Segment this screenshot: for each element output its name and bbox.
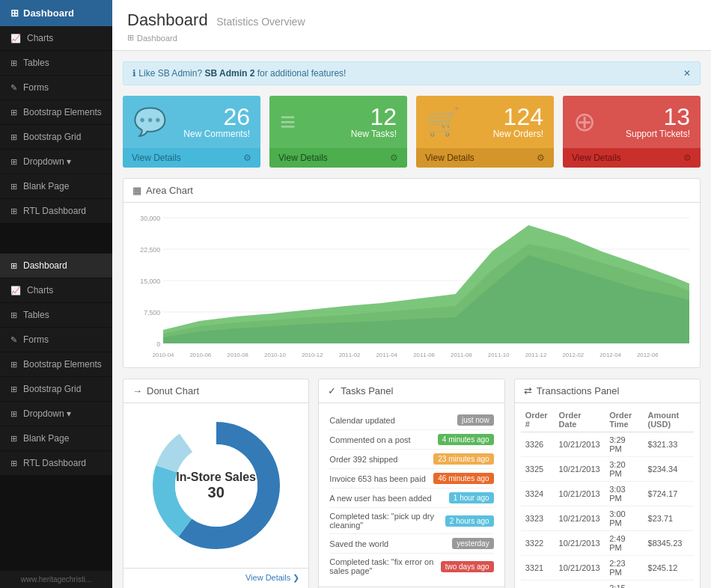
stat-card-link-red[interactable]: View Details [572,153,621,163]
svg-text:7,500: 7,500 [144,309,160,316]
task-badge: just now [457,414,494,426]
sidebar-item-dashboard2[interactable]: ⊞Dashboard [0,254,112,278]
sidebar-icon-rtl-dashboard2: ⊞ [10,459,17,468]
area-chart-heading: ▦ Area Chart [123,179,700,203]
sidebar-item-charts2[interactable]: 📈Charts [0,278,112,303]
stat-card-top-green: ≡ 12 New Tasks! [269,96,407,148]
stat-card-icon-blue: 💬 [133,106,167,138]
sidebar-icon-forms2: ✎ [10,335,17,345]
sidebar-label-blank-page2: Blank Page [23,433,69,444]
tasks-panel-heading: ✓ Tasks Panel [319,379,504,403]
page-header: Dashboard Statistics Overview ⊞ Dashboar… [112,0,711,51]
sidebar-item-bootstrap-grid[interactable]: ⊞Bootstrap Grid [0,125,112,150]
stat-card-icon-red: ⊕ [573,106,596,138]
table-cell: 10/21/2013 [555,506,605,531]
task-badge: 4 minutes ago [438,434,494,445]
svg-text:2011-08: 2011-08 [451,352,472,358]
stat-card-bottom-red: View Details ⚙ [563,148,701,168]
sidebar-item-forms[interactable]: ✎Forms [0,76,112,100]
task-text: Order 392 shipped [329,455,397,464]
sidebar-divider [0,224,112,254]
stat-card-link-orange[interactable]: View Details [425,153,474,163]
sidebar-item-tables2[interactable]: ⊞Tables [0,303,112,328]
svg-marker-12 [163,225,689,343]
table-cell: 3321 [521,556,555,581]
stat-card-gear-icon-red[interactable]: ⚙ [683,153,692,163]
sidebar-item-rtl-dashboard[interactable]: ⊞RTL Dashboard [0,199,112,224]
stat-card-num-blue: 26 [183,105,250,129]
stat-card-gear-icon-green[interactable]: ⚙ [390,153,398,163]
sidebar-item-tables[interactable]: ⊞Tables [0,51,112,76]
table-row: 332610/21/20133:29 PM$321.33 [521,432,694,457]
alert-banner: ℹ Like SB Admin? SB Admin 2 for addition… [123,61,701,85]
website-footer: www.heritagechristi... [0,571,112,588]
sidebar-label-tables2: Tables [23,310,49,320]
task-text: A new user has been added [329,494,431,503]
stat-card-link-green[interactable]: View Details [278,153,328,163]
table-cell: 3:03 PM [605,482,643,506]
table-row: 332310/21/20133:00 PM$23.71 [521,506,694,531]
stat-card-link-blue[interactable]: View Details [132,153,181,163]
donut-center-title: In-Store Sales [176,471,256,484]
donut-chart-heading: → Donut Chart [123,379,308,403]
tasks-panel-title: Tasks Panel [341,385,393,396]
sidebar-label-tables: Tables [23,58,49,68]
table-cell: 3:29 PM [605,432,643,457]
alert-close-icon[interactable]: ✕ [683,68,691,79]
alert-suffix: for additional features! [257,68,347,79]
svg-text:2010-06: 2010-06 [190,352,212,358]
sidebar-item-bootstrap-grid2[interactable]: ⊞Bootstrap Grid [0,377,112,402]
task-text: Commented on a post [329,435,410,444]
svg-text:2012-04: 2012-04 [599,352,621,358]
sidebar-item-forms2[interactable]: ✎Forms [0,328,112,352]
area-chart-icon: ▦ [132,185,141,196]
sidebar-icon-dropdown2: ⊞ [10,409,17,419]
sidebar-item-dropdown2[interactable]: ⊞Dropdown ▾ [0,402,112,426]
stat-card-gear-icon-orange[interactable]: ⚙ [537,153,545,163]
sidebar-brand[interactable]: ⊞ Dashboard [0,0,112,26]
table-cell: $234.34 [644,457,694,482]
task-badge: 23 minutes ago [433,453,493,465]
sidebar-icon-tables: ⊞ [10,58,17,68]
sidebar-label-bootstrap-grid: Bootstrap Grid [23,132,81,142]
sidebar-item-rtl-dashboard2[interactable]: ⊞RTL Dashboard [0,451,112,476]
sidebar-icon-blank-page: ⊞ [10,182,17,192]
sidebar-icon-dropdown: ⊞ [10,157,17,167]
table-cell: 10/21/2013 [555,556,605,581]
area-chart-svg: 30,000 22,500 15,000 7,500 0 2010-04 [134,210,689,360]
task-item: Completed task: "fix error on sales page… [329,554,493,579]
sidebar-label-bootstrap-grid2: Bootstrap Grid [23,384,81,394]
sidebar-item-blank-page[interactable]: ⊞Blank Page [0,174,112,199]
table-cell: 10/21/2013 [555,531,605,556]
breadcrumb-icon: ⊞ [127,33,134,43]
sidebar-item-dropdown[interactable]: ⊞Dropdown ▾ [0,150,112,174]
sidebar-label-blank-page: Blank Page [23,181,69,192]
svg-text:2011-10: 2011-10 [488,352,510,358]
sidebar-item-bootstrap-elements[interactable]: ⊞Bootstrap Elements [0,100,112,125]
donut-view-details-link[interactable]: View Details [245,573,290,582]
sidebar-label-charts: Charts [27,33,53,43]
task-badge: 2 hours ago [445,515,494,527]
stat-card-bottom-blue: View Details ⚙ [123,148,260,168]
stat-card-gear-icon-blue[interactable]: ⚙ [243,153,251,163]
svg-text:2012-02: 2012-02 [562,352,584,358]
sidebar-label-charts2: Charts [27,285,53,295]
svg-text:2011-06: 2011-06 [413,352,435,358]
task-item: Completed task: "pick up dry cleaning"2 … [329,508,493,534]
donut-center-num: 30 [176,484,256,501]
sidebar-item-bootstrap-elements2[interactable]: ⊞Bootstrap Elements [0,352,112,377]
sidebar-item-charts[interactable]: 📈Charts [0,26,112,51]
sidebar-label-dropdown: Dropdown ▾ [23,156,71,167]
tasks-panel: ✓ Tasks Panel Calendar updatedjust nowCo… [318,379,504,588]
table-cell: 3322 [521,531,555,556]
sidebar-label-bootstrap-elements2: Bootstrap Elements [23,359,102,370]
table-cell: $8345.23 [644,531,694,556]
alert-link[interactable]: SB Admin 2 [204,68,254,79]
task-text: Completed task: "pick up dry cleaning" [329,512,445,530]
stat-card-top-orange: 🛒 124 New Orders! [416,96,554,148]
sidebar-icon-rtl-dashboard: ⊞ [10,206,17,216]
sidebar-label-rtl-dashboard2: RTL Dashboard [23,458,86,468]
sidebar-icon-bootstrap-elements: ⊞ [10,108,17,117]
donut-view-details[interactable]: View Details ❯ [123,568,308,587]
sidebar-item-blank-page2[interactable]: ⊞Blank Page [0,426,112,451]
